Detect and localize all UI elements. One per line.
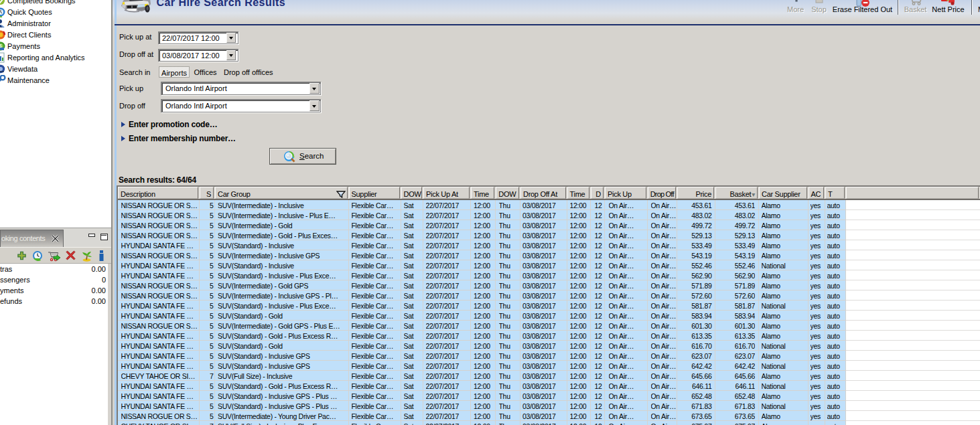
svg-text:$: $	[0, 44, 2, 48]
